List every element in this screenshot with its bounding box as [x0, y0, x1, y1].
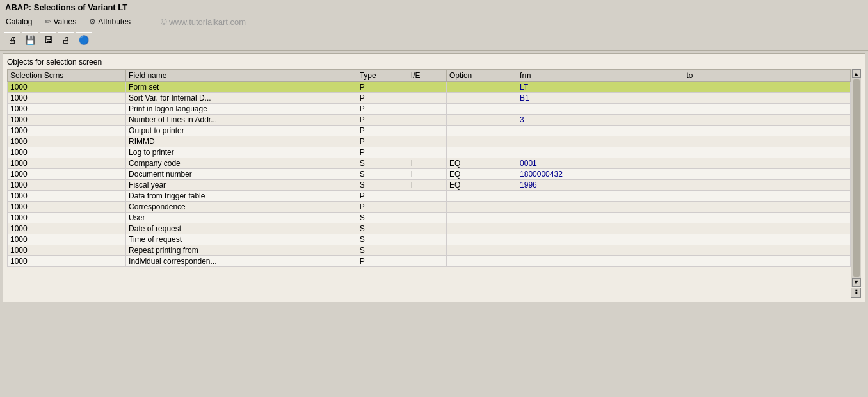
table-row[interactable]: 1000Log to printerP	[8, 147, 851, 158]
cell-frm: 1996	[517, 180, 684, 191]
cell-option	[446, 191, 517, 202]
cell-scrn: 1000	[8, 245, 126, 256]
table-row[interactable]: 1000Date of requestS	[8, 223, 851, 234]
header-frm: frm	[517, 70, 684, 82]
menu-attributes[interactable]: ⚙ Attributes	[87, 16, 133, 28]
cell-option	[446, 202, 517, 213]
cell-to	[684, 191, 850, 202]
resize-handle[interactable]: ⠿	[851, 288, 861, 298]
cell-scrn: 1000	[8, 136, 126, 147]
cell-to	[684, 213, 850, 223]
header-field: Field name	[126, 70, 357, 82]
cell-frm	[517, 136, 684, 147]
cell-ie: I	[408, 180, 446, 191]
table-row[interactable]: 1000CorrespondenceP	[8, 202, 851, 213]
cell-scrn: 1000	[8, 191, 126, 202]
cell-scrn: 1000	[8, 104, 126, 115]
attributes-label: Attributes	[98, 17, 131, 26]
save-button[interactable]: 💾	[22, 32, 38, 47]
cell-option	[446, 115, 517, 126]
cell-field: Correspondence	[126, 202, 357, 213]
print-button[interactable]: 🖨	[4, 32, 20, 47]
cell-type: P	[357, 82, 408, 93]
table-row[interactable]: 1000Fiscal yearSIEQ1996	[8, 180, 851, 191]
cell-scrn: 1000	[8, 126, 126, 136]
cell-to	[684, 223, 850, 234]
cell-type: S	[357, 234, 408, 245]
cell-option	[446, 234, 517, 245]
cell-ie: I	[408, 169, 446, 180]
pencil-icon: ✏	[45, 17, 51, 26]
table-row[interactable]: 1000Time of requestS	[8, 234, 851, 245]
cell-field: Number of Lines in Addr...	[126, 115, 357, 126]
cell-to	[684, 126, 850, 136]
header-to: to	[684, 70, 850, 82]
cell-field: Sort Var. for Internal D...	[126, 93, 357, 104]
cell-scrn: 1000	[8, 180, 126, 191]
cell-frm: 0001	[517, 158, 684, 169]
table-row[interactable]: 1000Company codeSIEQ0001	[8, 158, 851, 169]
cell-type: S	[357, 169, 408, 180]
table-row[interactable]: 1000Sort Var. for Internal D...PB1	[8, 93, 851, 104]
table-row[interactable]: 1000UserS	[8, 213, 851, 223]
cell-type: S	[357, 158, 408, 169]
cell-field: Form set	[126, 82, 357, 93]
cell-field: Company code	[126, 158, 357, 169]
cell-frm	[517, 234, 684, 245]
table-row[interactable]: 1000RIMMDP	[8, 136, 851, 147]
cell-ie	[408, 223, 446, 234]
cell-ie	[408, 191, 446, 202]
cell-type: P	[357, 256, 408, 267]
cell-field: Print in logon language	[126, 104, 357, 115]
settings-button[interactable]: 🔵	[76, 32, 92, 47]
table-row[interactable]: 1000Print in logon languageP	[8, 104, 851, 115]
cell-option	[446, 104, 517, 115]
cell-field: Time of request	[126, 234, 357, 245]
scroll-up-button[interactable]: ▲	[852, 69, 861, 78]
cell-frm	[517, 213, 684, 223]
cell-to	[684, 180, 850, 191]
scroll-down-button[interactable]: ▼	[852, 278, 861, 287]
print2-button[interactable]: 🖨	[58, 32, 74, 47]
cell-scrn: 1000	[8, 169, 126, 180]
cell-type: S	[357, 245, 408, 256]
cell-type: P	[357, 126, 408, 136]
cell-scrn: 1000	[8, 82, 126, 93]
menu-catalog[interactable]: Catalog	[4, 16, 34, 28]
table-row[interactable]: 1000Number of Lines in Addr...P3	[8, 115, 851, 126]
cell-ie	[408, 234, 446, 245]
cell-option	[446, 223, 517, 234]
window-title: ABAP: Selections of Variant LT	[0, 0, 868, 15]
cell-field: Log to printer	[126, 147, 357, 158]
cell-option	[446, 82, 517, 93]
cell-ie	[408, 82, 446, 93]
local-save-button[interactable]: 🖫	[40, 32, 56, 47]
cell-ie	[408, 256, 446, 267]
toolbar: 🖨 💾 🖫 🖨 🔵	[0, 29, 868, 51]
menu-values[interactable]: ✏ Values	[43, 16, 78, 28]
cell-field: Repeat printing from	[126, 245, 357, 256]
cell-ie	[408, 245, 446, 256]
cell-ie	[408, 93, 446, 104]
table-row[interactable]: 1000Repeat printing fromS	[8, 245, 851, 256]
header-scrn: Selection Scrns	[8, 70, 126, 82]
cell-ie	[408, 213, 446, 223]
cell-ie	[408, 126, 446, 136]
cell-scrn: 1000	[8, 256, 126, 267]
table-row[interactable]: 1000Form setPLT	[8, 82, 851, 93]
table-row[interactable]: 1000Individual corresponden...P	[8, 256, 851, 267]
cell-to	[684, 147, 850, 158]
cell-field: User	[126, 213, 357, 223]
cell-option	[446, 126, 517, 136]
table-row[interactable]: 1000Output to printerP	[8, 126, 851, 136]
table-row[interactable]: 1000Document numberSIEQ1800000432	[8, 169, 851, 180]
cell-scrn: 1000	[8, 234, 126, 245]
table-row[interactable]: 1000Data from trigger tableP	[8, 191, 851, 202]
cell-frm	[517, 202, 684, 213]
cell-field: Date of request	[126, 223, 357, 234]
cell-to	[684, 115, 850, 126]
attributes-icon: ⚙	[89, 17, 96, 26]
cell-to	[684, 136, 850, 147]
cell-option	[446, 213, 517, 223]
cell-scrn: 1000	[8, 93, 126, 104]
